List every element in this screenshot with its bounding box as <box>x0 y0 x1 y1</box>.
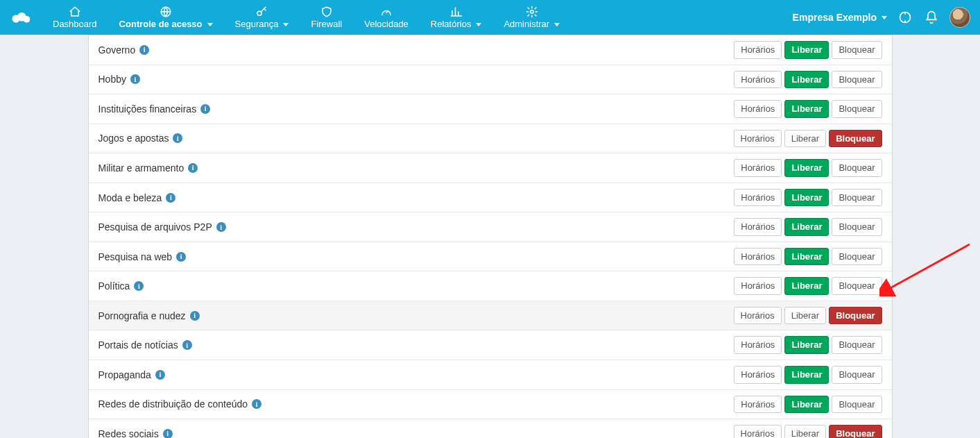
horarios-button[interactable]: Horários <box>734 248 782 266</box>
liberar-button[interactable]: Liberar <box>784 71 829 89</box>
brand-logo[interactable] <box>0 0 42 35</box>
horarios-button[interactable]: Horários <box>734 130 782 148</box>
horarios-button[interactable]: Horários <box>734 425 782 438</box>
bloquear-button[interactable]: Bloquear <box>832 159 882 177</box>
nav-item-dashboard[interactable]: Dashboard <box>42 0 108 35</box>
nav-item-controle-de-acesso[interactable]: Controle de acesso <box>108 0 224 35</box>
svg-point-5 <box>531 10 534 14</box>
info-icon[interactable]: i <box>176 252 186 262</box>
bloquear-button[interactable]: Bloquear <box>832 218 882 236</box>
bloquear-button[interactable]: Bloquear <box>832 71 882 89</box>
bloquear-button[interactable]: Bloquear <box>832 189 882 207</box>
caret-down-icon <box>207 23 213 26</box>
topbar: DashboardControle de acessoSegurançaFire… <box>0 0 980 35</box>
liberar-button[interactable]: Liberar <box>784 396 829 414</box>
bloquear-button[interactable]: Bloquear <box>832 41 882 59</box>
category-buttons: HoráriosLiberarBloquear <box>734 41 882 59</box>
info-icon[interactable]: i <box>130 74 140 84</box>
info-icon[interactable]: i <box>182 340 192 350</box>
home-icon <box>69 5 81 19</box>
liberar-button[interactable]: Liberar <box>784 248 829 266</box>
svg-point-2 <box>24 16 31 23</box>
info-icon[interactable]: i <box>166 193 175 203</box>
bell-icon[interactable] <box>923 9 940 26</box>
liberar-button[interactable]: Liberar <box>784 425 826 438</box>
category-row: Portais de notíciasiHoráriosLiberarBloqu… <box>89 330 892 360</box>
nav-item-velocidade[interactable]: Velocidade <box>353 0 420 35</box>
category-label: Militar e armamentoi <box>98 162 734 174</box>
info-icon[interactable]: i <box>134 281 144 291</box>
sync-icon[interactable] <box>897 9 913 26</box>
horarios-button[interactable]: Horários <box>734 366 782 384</box>
bloquear-button[interactable]: Bloquear <box>829 130 882 148</box>
bloquear-button[interactable]: Bloquear <box>832 100 882 118</box>
nav-item-firewall[interactable]: Firewall <box>300 0 353 35</box>
globe-icon <box>160 5 172 19</box>
category-row: Pornografia e nudeziHoráriosLiberarBloqu… <box>89 301 892 330</box>
horarios-button[interactable]: Horários <box>734 189 782 207</box>
category-label: Pesquisa de arquivos P2Pi <box>98 221 734 233</box>
category-label: Governoi <box>98 44 734 56</box>
nav-item-seguran-a[interactable]: Segurança <box>224 0 300 35</box>
bloquear-button[interactable]: Bloquear <box>832 277 882 295</box>
bloquear-button[interactable]: Bloquear <box>832 366 882 384</box>
liberar-button[interactable]: Liberar <box>784 130 826 148</box>
liberar-button[interactable]: Liberar <box>784 100 829 118</box>
liberar-button[interactable]: Liberar <box>784 218 829 236</box>
info-icon[interactable]: i <box>173 133 182 143</box>
category-label: Portais de notíciasi <box>98 339 734 351</box>
liberar-button[interactable]: Liberar <box>784 366 829 384</box>
horarios-button[interactable]: Horários <box>734 41 782 59</box>
liberar-button[interactable]: Liberar <box>784 277 829 295</box>
info-icon[interactable]: i <box>200 104 210 114</box>
nav-item-administrar[interactable]: Administrar <box>492 0 571 35</box>
category-row: Pesquisa de arquivos P2PiHoráriosLiberar… <box>89 212 892 242</box>
horarios-button[interactable]: Horários <box>734 159 782 177</box>
horarios-button[interactable]: Horários <box>734 396 782 414</box>
category-buttons: HoráriosLiberarBloquear <box>734 277 882 295</box>
horarios-button[interactable]: Horários <box>734 71 782 89</box>
liberar-button[interactable]: Liberar <box>784 336 829 354</box>
nav-item-label: Firewall <box>311 19 342 30</box>
liberar-button[interactable]: Liberar <box>784 41 829 59</box>
info-icon[interactable]: i <box>155 370 165 380</box>
category-label: Redes de distribuição de conteúdoi <box>98 398 734 410</box>
category-row: PropagandaiHoráriosLiberarBloquear <box>89 360 892 389</box>
category-buttons: HoráriosLiberarBloquear <box>734 159 882 177</box>
horarios-button[interactable]: Horários <box>734 307 782 325</box>
main-nav: DashboardControle de acessoSegurançaFire… <box>42 0 571 35</box>
bloquear-button[interactable]: Bloquear <box>832 396 882 414</box>
liberar-button[interactable]: Liberar <box>784 159 829 177</box>
horarios-button[interactable]: Horários <box>734 277 782 295</box>
category-row: GovernoiHoráriosLiberarBloquear <box>89 35 892 65</box>
info-icon[interactable]: i <box>252 399 261 409</box>
nav-item-label: Dashboard <box>53 19 97 30</box>
category-label: Pornografia e nudezi <box>98 310 734 321</box>
bloquear-button[interactable]: Bloquear <box>829 425 882 438</box>
category-label: Instituições financeirasi <box>98 103 734 115</box>
liberar-button[interactable]: Liberar <box>784 307 826 325</box>
category-label: Pesquisa na webi <box>98 251 734 262</box>
category-panel: GovernoiHoráriosLiberarBloquearHobbyiHor… <box>88 35 893 438</box>
info-icon[interactable]: i <box>190 311 200 321</box>
bloquear-button[interactable]: Bloquear <box>832 248 882 266</box>
info-icon[interactable]: i <box>188 163 198 173</box>
category-row: Redes sociaisiHoráriosLiberarBloquear <box>89 419 892 438</box>
category-buttons: HoráriosLiberarBloquear <box>734 248 882 266</box>
avatar[interactable] <box>949 7 970 28</box>
nav-item-label: Controle de acesso <box>119 19 203 30</box>
horarios-button[interactable]: Horários <box>734 336 782 354</box>
nav-item-relat-rios[interactable]: Relatórios <box>420 0 493 35</box>
info-icon[interactable]: i <box>216 222 226 232</box>
company-dropdown[interactable]: Empresa Exemplo <box>793 12 887 23</box>
bloquear-button[interactable]: Bloquear <box>832 336 882 354</box>
category-row: Redes de distribuição de conteúdoiHorári… <box>89 389 892 419</box>
info-icon[interactable]: i <box>163 429 173 438</box>
category-label: Hobbyi <box>98 74 734 85</box>
nav-right: Empresa Exemplo <box>793 0 980 35</box>
liberar-button[interactable]: Liberar <box>784 189 829 207</box>
horarios-button[interactable]: Horários <box>734 100 782 118</box>
bloquear-button[interactable]: Bloquear <box>829 307 882 325</box>
info-icon[interactable]: i <box>139 45 149 55</box>
horarios-button[interactable]: Horários <box>734 218 782 236</box>
